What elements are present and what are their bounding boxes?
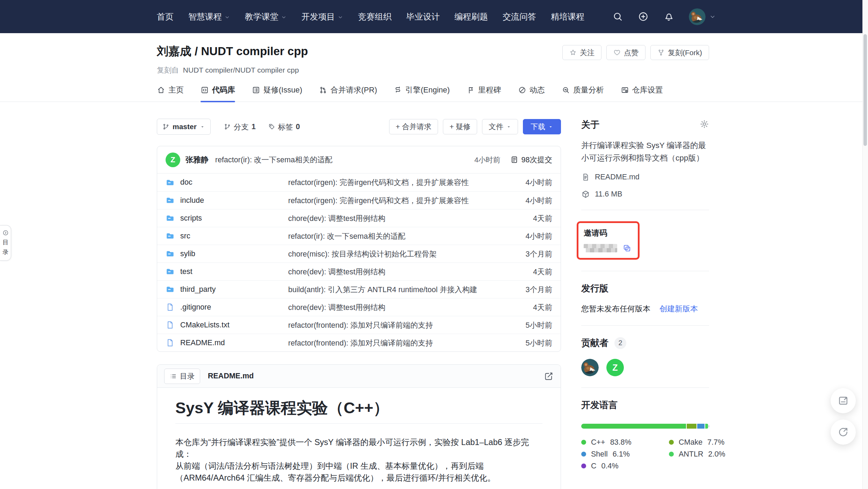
nav-item[interactable]: 教学课堂	[245, 11, 287, 22]
user-menu[interactable]	[689, 8, 716, 25]
tab-issue[interactable]: 疑修(Issue)	[252, 85, 302, 102]
nav-item-label: 毕业设计	[406, 11, 440, 22]
forked-from-repo-link[interactable]: NUDT compiler/NUDT compiler cpp	[183, 66, 299, 74]
search-icon[interactable]	[612, 11, 623, 22]
commits-count-link[interactable]: 98次提交	[510, 155, 552, 165]
folder-icon	[166, 285, 175, 294]
committer-name[interactable]: 张雅静	[185, 155, 209, 165]
file-commit-message[interactable]: chore(dev): 调整test用例结构	[288, 302, 500, 312]
feedback-floating-button[interactable]	[831, 388, 856, 413]
file-commit-message[interactable]: chore(dev): 调整test用例结构	[288, 267, 500, 277]
avatar[interactable]: Z	[606, 359, 624, 376]
gear-icon[interactable]	[700, 119, 709, 129]
file-commit-message[interactable]: refactor(frontend): 添加对只编译前端的支持	[288, 338, 500, 348]
file-row[interactable]: src refactor(ir): 改一下sema相关的适配 4小时前	[157, 227, 561, 245]
nav-item[interactable]: 交流问答	[503, 11, 536, 22]
tags-link[interactable]: 标签 0	[268, 122, 300, 132]
avatar[interactable]	[689, 8, 706, 25]
tab-settings-card[interactable]: 仓库设置	[621, 85, 663, 102]
engine-icon	[394, 86, 402, 94]
tab-quality[interactable]: 质量分析	[562, 85, 604, 102]
file-row[interactable]: include refactor(irgen): 完善irgen代码和文档，提升…	[157, 191, 561, 209]
file-name[interactable]: README.md	[180, 339, 225, 347]
create-new-icon[interactable]	[638, 11, 649, 22]
tab-milestone[interactable]: 里程碑	[467, 85, 501, 102]
file-commit-message[interactable]: refactor(frontend): 添加对只编译前端的支持	[288, 320, 500, 330]
file-row[interactable]: scripts chore(dev): 调整test用例结构 4天前	[157, 209, 561, 227]
nav-item[interactable]: 精培课程	[551, 11, 584, 22]
branches-link[interactable]: 分支 1	[224, 122, 256, 132]
file-row[interactable]: .gitignore chore(dev): 调整test用例结构 4天前	[157, 298, 561, 316]
watch-button[interactable]: 关注	[562, 45, 601, 60]
folder-icon	[166, 178, 175, 187]
file-commit-message[interactable]: chore(misc): 按目录结构设计初始化工程骨架	[288, 249, 500, 259]
fork-button[interactable]: 复刻(Fork)	[650, 45, 709, 60]
readme-link-row[interactable]: README.md	[581, 173, 709, 181]
tab-code[interactable]: 代码库	[200, 85, 235, 102]
chevron-down-icon	[224, 14, 230, 20]
watch-label: 关注	[580, 48, 595, 58]
tab-pr[interactable]: 合并请求(PR)	[319, 85, 377, 102]
notifications-bell-icon[interactable]	[663, 11, 674, 22]
scrollbar-thumb[interactable]	[863, 34, 867, 146]
milestone-icon	[467, 86, 475, 94]
file-name[interactable]: src	[180, 232, 190, 240]
toc-edge-label-char: 录	[2, 249, 8, 255]
nav-item[interactable]: 毕业设计	[406, 11, 440, 22]
file-commit-message[interactable]: refactor(ir): 改一下sema相关的适配	[288, 231, 500, 241]
about-title: 关于	[581, 119, 599, 131]
file-row[interactable]: third_party build(antlr): 引入第三方 ANTLR4 r…	[157, 280, 561, 298]
tab-engine[interactable]: 引擎(Engine)	[394, 85, 450, 102]
toc-edge-tab[interactable]: 目 录	[0, 225, 11, 261]
toolbar-buttons: + 合并请求 + 疑修 文件 下载	[389, 119, 561, 134]
language-legend-item: Shell 6.1%	[581, 450, 669, 458]
branch-selector[interactable]: master	[157, 119, 211, 135]
file-name[interactable]: include	[180, 196, 204, 205]
tab-activity[interactable]: 动态	[518, 85, 545, 102]
download-button[interactable]: 下载	[523, 119, 561, 134]
file-row[interactable]: doc refactor(irgen): 完善irgen代码和文档，提升扩展兼容…	[157, 173, 561, 191]
file-name[interactable]: doc	[180, 178, 192, 187]
nav-item[interactable]: 开发项目	[301, 11, 343, 22]
nav-item[interactable]: 竞赛组织	[358, 11, 392, 22]
file-name[interactable]: sylib	[180, 250, 195, 258]
nav-item[interactable]: 编程刷题	[454, 11, 488, 22]
new-pr-button[interactable]: + 合并请求	[389, 119, 438, 134]
file-row[interactable]: README.md refactor(frontend): 添加对只编译前端的支…	[157, 334, 561, 351]
file-name-cell: src	[166, 231, 288, 240]
edit-readme-icon[interactable]	[544, 371, 554, 381]
language-percent: 7.7%	[707, 438, 724, 447]
commit-message[interactable]: refactor(ir): 改一下sema相关的适配	[215, 155, 333, 165]
nav-item[interactable]: 首页	[157, 11, 174, 22]
tab-home[interactable]: 主页	[157, 85, 184, 102]
like-button[interactable]: 点赞	[606, 45, 645, 60]
language-bar-segment	[581, 424, 686, 429]
committer-avatar[interactable]: Z	[166, 153, 180, 167]
file-row[interactable]: sylib chore(misc): 按目录结构设计初始化工程骨架 3个月前	[157, 245, 561, 262]
file-name-cell: include	[166, 196, 288, 205]
file-name[interactable]: test	[180, 267, 192, 276]
file-name[interactable]: CMakeLists.txt	[180, 321, 229, 329]
file-commit-message[interactable]: build(antlr): 引入第三方 ANTLR4 runtime/tool …	[288, 284, 500, 295]
file-name[interactable]: .gitignore	[180, 303, 211, 312]
file-commit-message[interactable]: refactor(irgen): 完善irgen代码和文档，提升扩展兼容性	[288, 195, 500, 206]
share-floating-button[interactable]	[831, 420, 856, 445]
file-menu-button[interactable]: 文件	[482, 119, 518, 134]
create-release-link[interactable]: 创建新版本	[659, 304, 698, 314]
language-dot	[581, 452, 586, 457]
file-commit-message[interactable]: chore(dev): 调整test用例结构	[288, 213, 500, 223]
file-icon	[166, 303, 175, 312]
divider	[581, 271, 709, 271]
file-row[interactable]: test chore(dev): 调整test用例结构 4天前	[157, 262, 561, 280]
file-name[interactable]: scripts	[180, 214, 202, 223]
toc-button[interactable]: 目录	[164, 369, 200, 384]
file-name[interactable]: third_party	[180, 285, 216, 294]
new-issue-button[interactable]: + 疑修	[443, 119, 477, 134]
file-row[interactable]: CMakeLists.txt refactor(frontend): 添加对只编…	[157, 316, 561, 334]
chevron-down-icon	[281, 14, 287, 20]
file-commit-message[interactable]: refactor(irgen): 完善irgen代码和文档，提升扩展兼容性	[288, 177, 500, 187]
avatar[interactable]	[581, 359, 599, 376]
copy-icon[interactable]	[622, 244, 632, 253]
nav-item[interactable]: 智慧课程	[188, 11, 230, 22]
file-icon	[166, 320, 175, 329]
